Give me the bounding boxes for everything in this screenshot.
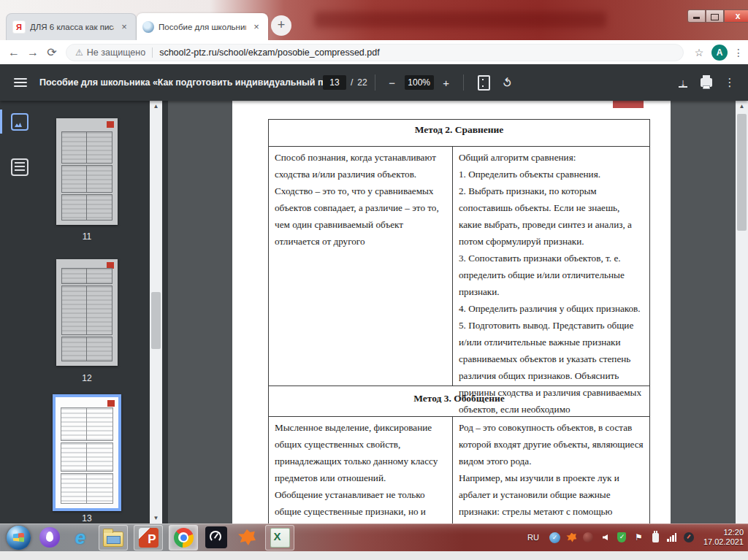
pdf-document-title: Пособие для школьника «Как подготовить и…	[39, 77, 323, 88]
page-thumbnail-12[interactable]	[56, 259, 118, 366]
taskbar: e RU ✓ ✓ ⚑ 12:20 17.02.2021	[0, 523, 748, 551]
zoom-in-icon[interactable]: +	[437, 77, 456, 89]
taskbar-chrome-icon-active[interactable]	[169, 525, 198, 551]
stamp-icon	[107, 400, 115, 407]
taskbar-powerpoint-icon[interactable]	[134, 525, 163, 551]
address-bar: ← → ⟳ ⚠ Не защищено school2-ptz.ru/schoo…	[0, 40, 748, 65]
scroll-down-icon[interactable]: ▼	[150, 513, 162, 523]
reload-icon[interactable]: ⟳	[42, 45, 61, 59]
taskbar-file-explorer-icon[interactable]	[99, 525, 128, 551]
url-text[interactable]: school2-ptz.ru/school/ekzam/posobie_comp…	[159, 47, 380, 58]
time: 12:20	[703, 528, 744, 537]
avast-tray-icon[interactable]	[565, 532, 577, 543]
tab-close-icon[interactable]: ×	[251, 21, 262, 33]
scroll-up-icon[interactable]: ▲	[150, 101, 162, 112]
browser-tab-2-active[interactable]: Пособие для школьника «Как п ×	[137, 13, 268, 40]
pdf-more-icon[interactable]: ⋮	[720, 76, 739, 89]
thumbnail-sidebar: 11 12 13 ▲ ▼	[0, 101, 168, 523]
action-center-flag-icon[interactable]: ⚑	[633, 532, 644, 543]
table-cell-left: Мысленное выделение, фиксирование общих …	[269, 417, 453, 523]
tab-title: ДЛЯ 6 класса как писать исслед	[30, 23, 114, 31]
table-cell-right: Род – это совокупность объектов, в соста…	[453, 417, 649, 523]
window-frame: Я ДЛЯ 6 класса как писать исслед × Пособ…	[0, 0, 748, 40]
active-view-indicator	[0, 110, 2, 134]
security-shield-icon[interactable]: ✓	[616, 532, 627, 543]
page-total: 22	[357, 77, 367, 88]
table-cell-right: Общий алгоритм сравнения: 1. Определить …	[453, 147, 649, 386]
section-header: Метод 2. Сравнение	[269, 120, 649, 147]
desktop-wallpaper-blur	[314, 12, 606, 28]
taskbar-excel-icon[interactable]	[265, 525, 294, 551]
page-thumbnail-13-selected[interactable]	[53, 394, 121, 511]
not-secure-warning-icon: ⚠	[75, 47, 83, 58]
tray-app-icon[interactable]	[582, 532, 594, 543]
forward-icon[interactable]: →	[23, 46, 42, 59]
red-stamp	[613, 101, 644, 108]
yandex-favicon-icon: Я	[12, 20, 26, 34]
language-indicator[interactable]: RU	[527, 533, 539, 542]
network-bars-icon[interactable]	[666, 532, 678, 543]
document-outline-icon[interactable]	[11, 158, 28, 176]
tab-title: Пособие для школьника «Как п	[159, 23, 246, 31]
document-table: Метод 2. Сравнение Способ познания, когд…	[268, 119, 650, 523]
fit-page-icon[interactable]	[478, 75, 490, 91]
browser-tab-1[interactable]: Я ДЛЯ 6 класса как писать исслед ×	[6, 13, 137, 40]
volume-icon[interactable]	[599, 532, 611, 543]
thumbnail-page-number: 12	[56, 373, 118, 383]
omnibox[interactable]: ⚠ Не защищено school2-ptz.ru/school/ekza…	[66, 44, 684, 61]
update-check-icon[interactable]: ✓	[549, 532, 560, 543]
profile-avatar[interactable]: A	[711, 45, 728, 61]
bookmark-star-icon[interactable]: ☆	[691, 47, 707, 58]
window-controls: x	[687, 9, 748, 23]
bottom-margin-strip	[0, 551, 748, 560]
gauge-tray-icon[interactable]	[683, 532, 695, 543]
date: 17.02.2021	[703, 537, 744, 547]
minimize-button[interactable]	[687, 9, 706, 23]
download-icon[interactable]: ↓	[673, 77, 692, 88]
maximize-button[interactable]	[706, 9, 724, 23]
clock[interactable]: 12:20 17.02.2021	[703, 528, 744, 547]
scroll-up-icon[interactable]: ▲	[736, 101, 748, 112]
toolbar-divider	[463, 74, 464, 91]
screen: Я ДЛЯ 6 класса как писать исслед × Пособ…	[0, 0, 748, 560]
pdf-page: Метод 2. Сравнение Способ познания, когд…	[232, 101, 671, 523]
toolbar-divider	[375, 74, 375, 91]
page-number-input[interactable]: 13	[323, 75, 346, 90]
rotate-icon[interactable]: ↺	[499, 74, 516, 91]
table-row: Способ познания, когда устанавливают схо…	[269, 147, 649, 386]
back-icon[interactable]: ←	[4, 46, 23, 59]
pdf-menu-icon[interactable]	[14, 76, 27, 89]
site-favicon-icon	[142, 21, 154, 33]
page-thumbnail-11[interactable]	[56, 118, 118, 225]
zoom-level[interactable]: 100%	[405, 75, 434, 90]
taskbar-speedtest-icon[interactable]	[204, 525, 229, 550]
taskbar-avast-icon[interactable]	[234, 525, 259, 550]
security-label: Не защищено	[87, 47, 145, 58]
close-button[interactable]: x	[724, 9, 748, 23]
thumbnail-page-number: 11	[56, 231, 118, 242]
new-tab-button[interactable]: +	[271, 15, 291, 36]
scrollbar-thumb[interactable]	[151, 292, 161, 349]
tab-close-icon[interactable]: ×	[118, 21, 130, 33]
table-row: Мысленное выделение, фиксирование общих …	[269, 417, 649, 523]
zoom-out-icon[interactable]: −	[383, 77, 402, 89]
pdf-toolbar: Пособие для школьника «Как подготовить и…	[0, 64, 748, 101]
browser-menu-icon[interactable]: ⋮	[730, 47, 747, 58]
taskbar-yandex-alice-icon[interactable]	[37, 525, 62, 550]
print-icon[interactable]	[701, 78, 712, 87]
power-plug-icon[interactable]	[649, 532, 661, 543]
stamp-icon	[107, 121, 114, 128]
table-cell-left: Способ познания, когда устанавливают схо…	[269, 147, 453, 386]
scrollbar-thumb[interactable]	[737, 114, 747, 231]
start-button-icon[interactable]	[7, 526, 31, 550]
omnibox-divider	[152, 47, 153, 58]
pdf-content-area: 11 12 13 ▲ ▼	[0, 101, 748, 523]
page-separator: /	[351, 77, 353, 88]
taskbar-internet-explorer-icon[interactable]: e	[68, 525, 93, 550]
thumbnail-view-icon[interactable]	[11, 113, 28, 131]
thumbnail-page-number: 13	[56, 513, 118, 523]
main-scrollbar[interactable]: ▲	[736, 101, 748, 523]
sidebar-scrollbar[interactable]: ▲ ▼	[150, 101, 162, 523]
